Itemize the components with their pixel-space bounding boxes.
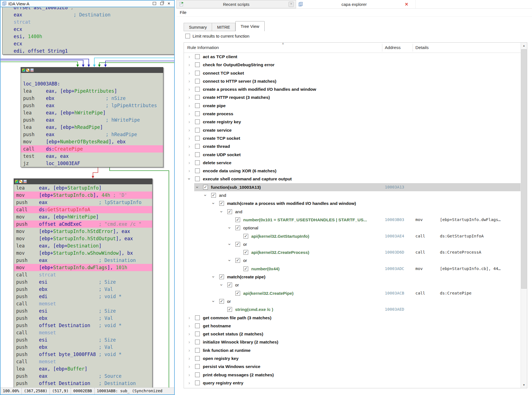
chevron-down-icon[interactable]: › [193,185,201,189]
chevron-down-icon[interactable]: › [217,210,225,214]
checkbox-unchecked[interactable] [195,87,200,92]
checkbox-checked[interactable]: ✓ [219,299,224,304]
checkbox-unchecked[interactable] [195,356,200,361]
chevron-right-icon[interactable]: › [187,371,191,379]
asm-line[interactable]: edi, offset String1 [3,47,174,55]
asm-line[interactable]: mov eax, [ebp+hWritePipe] [14,213,152,220]
tree-row[interactable]: ›print debug messages (2 matches) [184,371,527,379]
asm-line[interactable]: push ebx ; Val [14,286,152,293]
chevron-right-icon[interactable]: › [187,69,191,77]
limit-checkbox[interactable] [185,34,190,38]
checkbox-unchecked[interactable] [195,144,200,149]
chevron-down-icon[interactable]: › [185,177,193,181]
asm-line[interactable]: call memset [14,358,152,365]
tree-row[interactable]: ✓string(cmd.exe /c )10003AED [184,305,527,313]
checkbox-checked[interactable]: ✓ [235,225,240,230]
chevron-right-icon[interactable]: › [187,102,191,110]
asm-line[interactable]: mov [ebp+StartupInfo.cb], 44h ; 'D' [14,192,152,199]
checkbox-checked[interactable]: ✓ [243,266,248,271]
chevron-down-icon[interactable]: › [225,259,233,262]
asm-line[interactable]: esi, 1400h [3,33,174,40]
asm-line[interactable]: call ds:CreatePipe [21,145,163,153]
chevron-down-icon[interactable]: › [209,275,217,279]
chevron-right-icon[interactable]: › [187,142,191,150]
tree-row[interactable]: ›create thread [184,142,527,150]
sort-indicator-icon[interactable]: ∧ [282,42,284,45]
checkbox-checked[interactable]: ✓ [235,242,240,247]
tree-row[interactable]: ›✓or [184,256,527,264]
asm-line[interactable]: loc_10003ABB: [21,80,163,87]
tree-row[interactable]: ›create UDP socket [184,151,527,159]
tree-row[interactable]: ›create pipe [184,102,527,110]
asm-line[interactable]: push ebx ; nSize [21,95,163,102]
asm-line[interactable]: ecx [3,26,174,33]
chevron-right-icon[interactable]: › [187,53,191,61]
close-tab-icon[interactable]: × [289,2,294,7]
asm-line[interactable]: push offset Destination ; void * [14,322,152,329]
checkbox-checked[interactable]: ✓ [243,234,248,239]
checkbox-unchecked[interactable] [195,54,200,59]
asm-line[interactable]: strcat [3,18,174,26]
column-address[interactable]: Address [385,43,401,53]
scroll-up-icon[interactable]: ▲ [521,43,527,49]
chevron-right-icon[interactable]: › [187,167,191,175]
vertical-scrollbar[interactable]: ▲ ▼ [521,43,527,388]
chevron-right-icon[interactable]: › [187,159,191,167]
asm-line[interactable]: test eax, eax [21,153,163,160]
checkbox-checked[interactable]: ✓ [203,185,208,190]
chevron-down-icon[interactable]: › [201,193,209,197]
tree-row[interactable]: ›query registry entry [184,379,527,387]
tree-row[interactable]: ›✓or [184,297,527,305]
basic-block-top[interactable]: offset asc_100032E8 ; " "eax ; Destinati… [2,7,174,55]
scroll-down-icon[interactable]: ▼ [521,382,527,388]
column-details[interactable]: Details [415,43,428,53]
tree-row[interactable]: ›get common file path (3 matches) [184,314,527,322]
asm-line[interactable]: push offset Destination ; Destination [14,380,152,387]
edit-pencil-icon[interactable] [26,68,29,72]
chevron-right-icon[interactable]: › [187,346,191,354]
tree-row[interactable]: ›persist via Windows service [184,362,527,371]
scrollbar-thumb[interactable] [521,49,527,289]
checkbox-unchecked[interactable] [195,71,200,75]
tree-row[interactable]: ›initialize Winsock library (2 matches) [184,338,527,346]
asm-line[interactable]: mov [ebp+StartupInfo.hStdError], eax [14,228,152,235]
asm-line[interactable]: push ebx ; Val [14,344,152,351]
asm-line[interactable]: mov [ebp+NumberOfBytesRead], ebx [21,138,163,145]
checkbox-unchecked[interactable] [195,62,200,67]
chevron-right-icon[interactable]: › [187,110,191,118]
chevron-right-icon[interactable]: › [187,134,191,142]
tab-summary[interactable]: Summary [184,23,212,31]
column-divider[interactable] [382,44,382,51]
asm-line[interactable]: call strcat [14,387,152,387]
tree-row[interactable]: ›✓function(sub_10003A13)10003A13 [184,183,527,191]
chevron-right-icon[interactable]: › [187,330,191,338]
asm-line[interactable]: mov [ebp+StartupInfo.dwFlags], 101h [14,264,152,271]
tree-row[interactable]: ✓api(kernel32.GetStartupInfo)10003AE4cal… [184,232,527,240]
asm-line[interactable]: lea eax, [ebp+Buffer] [14,365,152,372]
chevron-down-icon[interactable]: › [217,283,225,287]
asm-line[interactable]: push offset byte_1000FFA8 ; void * [14,351,152,358]
checkbox-unchecked[interactable] [195,323,200,328]
checkbox-unchecked[interactable] [195,381,200,385]
tree-row[interactable]: ›✓and [184,208,527,216]
tree-row[interactable]: ›link function at runtime [184,346,527,354]
checkbox-checked[interactable]: ✓ [227,209,232,214]
chevron-right-icon[interactable]: › [187,338,191,346]
chevron-right-icon[interactable]: › [187,387,191,388]
checkbox-unchecked[interactable] [195,340,200,344]
asm-line[interactable]: lea eax, [ebp+hReadPipe] [21,124,163,131]
tree-row[interactable]: ›create HTTP request (3 matches) [184,93,527,101]
tree-row[interactable]: ✓api(kernel32.CreateProcess)10003D6Dcall… [184,248,527,256]
asm-line[interactable]: ecx [3,40,174,47]
tree-row[interactable]: ›get socket status (2 matches) [184,330,527,338]
checkbox-unchecked[interactable] [195,348,200,353]
tree-row[interactable]: ›create process [184,110,527,118]
asm-line[interactable]: push esi ; Size [14,307,152,315]
checkbox-unchecked[interactable] [195,176,200,181]
checkbox-checked[interactable]: ✓ [243,250,248,255]
tree-row[interactable]: ›✓match(create pipe) [184,273,527,281]
checkbox-checked[interactable]: ✓ [235,258,240,263]
asm-line[interactable]: push esi ; Size [14,336,152,344]
checkbox-checked[interactable]: ✓ [219,274,224,279]
checkbox-unchecked[interactable] [195,168,200,173]
